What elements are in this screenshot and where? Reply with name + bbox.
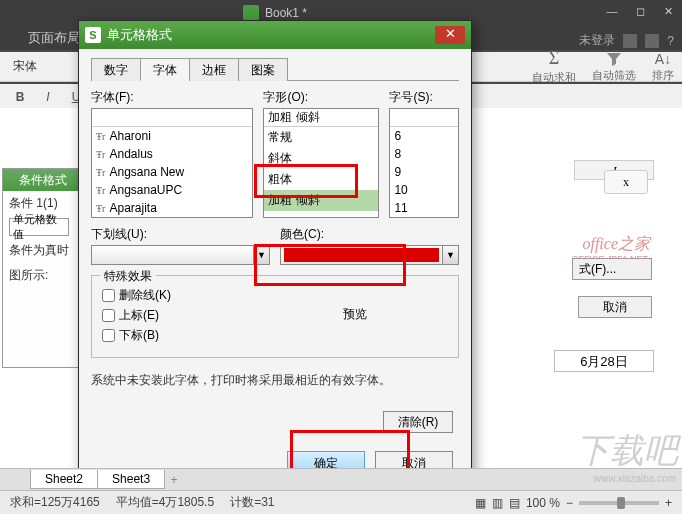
list-item[interactable]: 粗体 (264, 169, 378, 190)
font-icon: Ŧr (96, 149, 105, 160)
add-sheet-button[interactable]: + (164, 473, 184, 487)
dialog-body: 数字 字体 边框 图案 字体(F): ŦrAharoni ŦrAndalus Ŧ… (79, 49, 471, 397)
download-watermark-url: www.xiazaiba.com (594, 473, 676, 484)
status-avg: 平均值=4万1805.5 (116, 494, 214, 511)
cancel-button-bg[interactable]: 取消 (578, 296, 652, 318)
super-checkbox-row[interactable]: 上标(E) (102, 307, 448, 324)
list-item[interactable]: ŦrAngsana New (92, 163, 252, 181)
minimize-button[interactable]: — (598, 0, 626, 22)
download-watermark: 下载吧 (576, 428, 678, 474)
list-item[interactable]: ŦrAparajita (92, 199, 252, 217)
list-item[interactable]: 11 (390, 199, 458, 217)
font-input[interactable] (92, 109, 252, 127)
cart-icon (645, 34, 659, 48)
font-label: 字体(F): (91, 89, 253, 106)
list-item[interactable]: 9 (390, 163, 458, 181)
chevron-down-icon: ▼ (442, 246, 458, 264)
dialog-close-button[interactable]: ✕ (435, 26, 465, 44)
cond-dialog-title: 条件格式 (3, 169, 79, 191)
watermark-text: office之家 (582, 234, 650, 255)
sort-icon: A↓ (655, 51, 671, 67)
size-label: 字号(S): (389, 89, 459, 106)
font-name-combo[interactable]: 宋体 (8, 58, 42, 75)
dialog-tabs: 数字 字体 边框 图案 (91, 57, 459, 81)
zoom-out-button[interactable]: − (566, 496, 573, 510)
sheet-tab-3[interactable]: Sheet3 (97, 470, 165, 489)
font-icon: Ŧr (96, 185, 105, 196)
cell-value[interactable]: 6月28日 (554, 350, 654, 372)
cell-format-dialog: S 单元格格式 ✕ 数字 字体 边框 图案 字体(F): ŦrAharoni Ŧ… (78, 20, 472, 490)
maximize-button[interactable]: ◻ (626, 0, 654, 22)
format-button-bg[interactable]: 式(F)... (572, 258, 652, 280)
list-item[interactable]: ŦrAngsanaUPC (92, 181, 252, 199)
dialog-close-x[interactable]: x (604, 170, 648, 194)
dialog-title: 单元格格式 (107, 26, 172, 44)
size-input[interactable] (390, 109, 458, 127)
list-item[interactable]: 斜体 (264, 148, 378, 169)
font-icon: Ŧr (96, 203, 105, 214)
view-icon[interactable]: ▦ (475, 496, 486, 510)
clear-button[interactable]: 清除(R) (383, 411, 453, 433)
view-icon-3[interactable]: ▤ (509, 496, 520, 510)
underline-combo[interactable]: ▼ (91, 245, 270, 265)
font-listbox[interactable]: ŦrAharoni ŦrAndalus ŦrAngsana New ŦrAngs… (91, 108, 253, 218)
user-icon (623, 34, 637, 48)
zoom-value: 100 % (526, 496, 560, 510)
zoom-in-button[interactable]: + (665, 496, 672, 510)
tab-number[interactable]: 数字 (91, 58, 141, 81)
status-sum: 求和=125万4165 (10, 494, 100, 511)
tab-pattern[interactable]: 图案 (238, 58, 288, 81)
list-item[interactable]: 常规 (264, 127, 378, 148)
underline-color-row: 下划线(U): ▼ 颜色(C): ▼ (91, 226, 459, 265)
cond-value-combo[interactable]: 单元格数值 (9, 218, 69, 236)
sheet-tab-2[interactable]: Sheet2 (30, 470, 98, 489)
italic-button[interactable]: I (36, 86, 60, 108)
font-note: 系统中未安装此字体，打印时将采用最相近的有效字体。 (91, 372, 459, 389)
chevron-down-icon: ▼ (253, 246, 269, 264)
doc-icon (243, 5, 259, 21)
effects-legend: 特殊效果 (100, 268, 156, 285)
cond-show-label: 图所示: (3, 263, 79, 288)
tab-font[interactable]: 字体 (140, 58, 190, 81)
list-item[interactable]: 12 (390, 217, 458, 218)
list-item[interactable]: ŦrArabic Typesetting (92, 217, 252, 218)
list-item[interactable]: 10 (390, 181, 458, 199)
login-area[interactable]: 未登录 ? (579, 32, 674, 49)
autosum-button[interactable]: Σ自动求和 (532, 48, 576, 85)
dialog-titlebar[interactable]: S 单元格格式 ✕ (79, 21, 471, 49)
style-input[interactable] (264, 109, 378, 127)
style-label: 字形(O): (263, 89, 379, 106)
color-swatch-red (284, 248, 439, 262)
bold-button[interactable]: B (8, 86, 32, 108)
style-listbox[interactable]: 常规 斜体 粗体 加粗 倾斜 (263, 108, 379, 218)
list-item[interactable]: 8 (390, 145, 458, 163)
color-combo[interactable]: ▼ (280, 245, 459, 265)
list-item[interactable]: 6 (390, 127, 458, 145)
help-icon: ? (667, 34, 674, 48)
sub-checkbox-row[interactable]: 下标(B) (102, 327, 448, 344)
sigma-icon: Σ (549, 48, 559, 69)
list-item[interactable]: ŦrAndalus (92, 145, 252, 163)
login-text: 未登录 (579, 32, 615, 49)
sort-button[interactable]: A↓排序 (652, 51, 674, 83)
font-grid: 字体(F): ŦrAharoni ŦrAndalus ŦrAngsana New… (91, 89, 459, 218)
strike-checkbox[interactable] (102, 289, 115, 302)
tab-border[interactable]: 边框 (189, 58, 239, 81)
funnel-icon (606, 51, 622, 67)
list-item[interactable]: ŦrAharoni (92, 127, 252, 145)
font-icon: Ŧr (96, 131, 105, 142)
effects-group: 特殊效果 删除线(K) 上标(E) 下标(B) (91, 275, 459, 358)
sub-checkbox[interactable] (102, 329, 115, 342)
zoom-slider[interactable] (579, 501, 659, 505)
strike-checkbox-row[interactable]: 删除线(K) (102, 287, 448, 304)
cond-true-label: 条件为真时 (3, 238, 79, 263)
status-count: 计数=31 (230, 494, 274, 511)
super-checkbox[interactable] (102, 309, 115, 322)
size-listbox[interactable]: 6 8 9 10 11 12 (389, 108, 459, 218)
autofilter-button[interactable]: 自动筛选 (592, 51, 636, 83)
list-item-selected[interactable]: 加粗 倾斜 (264, 190, 378, 211)
window-controls: — ◻ ✕ (598, 0, 682, 22)
view-icon-2[interactable]: ▥ (492, 496, 503, 510)
dialog-icon: S (85, 27, 101, 43)
close-button[interactable]: ✕ (654, 0, 682, 22)
